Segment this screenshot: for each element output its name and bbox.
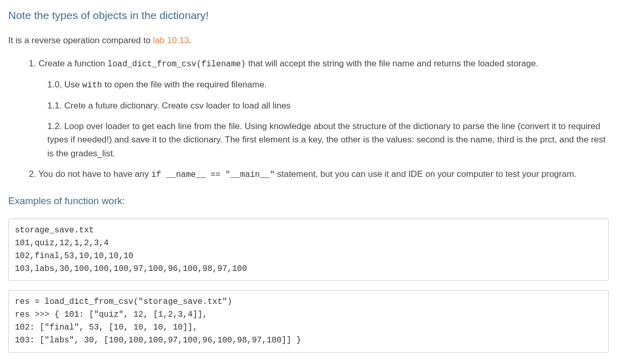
item1-code: load_dict_from_csv(filename)	[107, 60, 246, 69]
instruction-item-1: 1. Create a function load_dict_from_csv(…	[29, 57, 609, 160]
item1-text1: Create a function	[39, 59, 107, 68]
instruction-list: 1. Create a function load_dict_from_csv(…	[8, 57, 609, 181]
item2-code: if __name__ == "__main__"	[151, 170, 275, 179]
sub10-num: 1.0,	[47, 80, 64, 89]
intro-text-suffix: .	[189, 35, 192, 45]
sub10-code: with	[82, 81, 102, 90]
note-heading: Note the types of objects in the diction…	[8, 7, 609, 24]
sub10-t2: to open the file with the required filen…	[102, 80, 266, 89]
intro-paragraph: It is a reverse operation compared to la…	[8, 34, 609, 47]
sub10-t1: Use	[64, 80, 82, 89]
item1-num: 1.	[29, 59, 39, 68]
instruction-item-2: 2. You do not have to have any if __name…	[29, 168, 609, 181]
lab-link[interactable]: lab 10.13	[153, 35, 189, 45]
sub12-text: Loop over loader to get each line from t…	[47, 121, 606, 158]
sub11-num: 1.1.	[47, 101, 64, 111]
sub-instruction-list: 1.0, Use with to open the file with the …	[29, 78, 609, 160]
item2-text2: statement, but you can use it and IDE on…	[275, 169, 576, 179]
examples-heading: Examples of function work:	[8, 194, 609, 209]
code-block-storage: storage_save.txt 101,quiz,12,1,2,3,4 102…	[8, 219, 609, 281]
item1-text2: that will accept the string with the fil…	[246, 59, 538, 68]
code-block-result: res = load_dict_from_csv("storage_save.t…	[8, 290, 609, 352]
sub11-text: Crete a future dictionary. Create csv lo…	[64, 101, 291, 111]
sub-item-1-0: 1.0, Use with to open the file with the …	[47, 78, 609, 92]
intro-text-prefix: It is a reverse operation compared to	[8, 35, 153, 45]
sub-item-1-2: 1.2. Loop over loader to get each line f…	[47, 120, 609, 160]
item2-text1: You do not have to have any	[39, 169, 152, 179]
sub12-num: 1.2.	[47, 121, 64, 131]
sub-item-1-1: 1.1. Crete a future dictionary. Create c…	[47, 99, 609, 113]
item2-num: 2.	[29, 169, 39, 179]
